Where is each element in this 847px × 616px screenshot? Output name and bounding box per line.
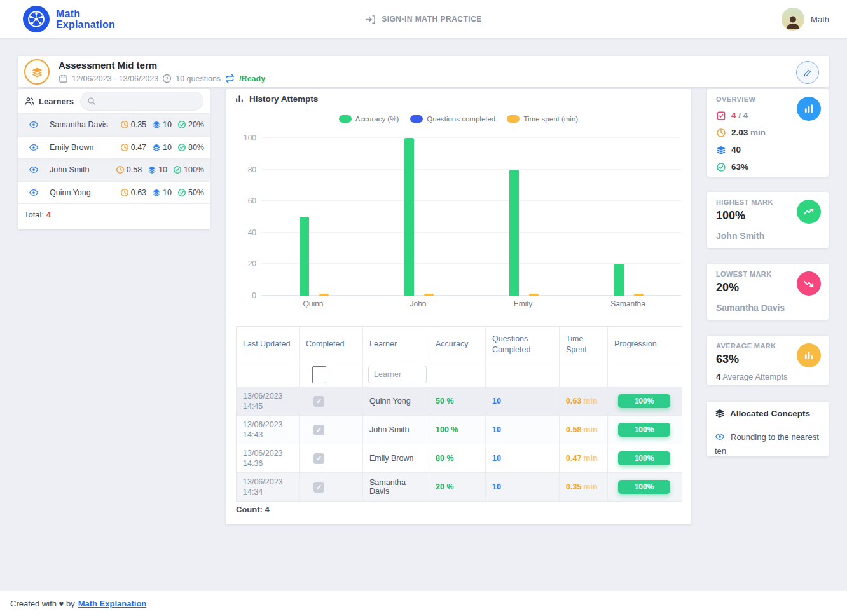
bar-group	[366, 138, 471, 296]
lowest-mark-name: Samantha Davis	[716, 303, 820, 313]
accuracy-value: 20%	[188, 120, 204, 129]
column-header-learner[interactable]: Learner	[363, 327, 429, 362]
time-spent-cell: 0.58min	[560, 416, 608, 444]
avatar	[782, 8, 804, 31]
legend-item[interactable]: Accuracy (%)	[339, 115, 399, 123]
learners-search	[80, 92, 203, 111]
attempts-table: Last UpdatedCompletedLearnerAccuracyQues…	[236, 326, 682, 502]
questions-value: 10	[158, 165, 167, 174]
completed-filter-checkbox[interactable]	[312, 366, 326, 383]
time-spent-value: 0.35	[566, 483, 581, 491]
time-value: 0.47	[131, 143, 146, 152]
time-spent-unit: min	[583, 454, 597, 463]
bar-chart-icon	[235, 94, 244, 104]
chart-header: History Attempts	[226, 89, 691, 109]
learner-questions-metric: 10	[152, 120, 172, 129]
edit-assessment-button[interactable]	[796, 61, 819, 84]
accuracy-value: 50%	[188, 188, 204, 197]
bar-accuracy-	[509, 170, 519, 296]
learner-name: Quinn Yong	[50, 188, 120, 197]
eye-icon[interactable]	[18, 188, 50, 198]
accuracy-value: 100%	[184, 165, 204, 174]
chart-x-labels: QuinnJohnEmilySamantha	[261, 299, 680, 308]
learners-title: Learners	[39, 97, 74, 106]
highest-mark-name: John Smith	[716, 231, 820, 241]
y-tick-label: 80	[233, 165, 256, 174]
completed-checkbox[interactable]: ✓	[313, 482, 324, 493]
column-header-time-spent[interactable]: Time Spent	[560, 327, 608, 362]
eye-icon[interactable]	[18, 142, 50, 153]
learner-row: Samantha Davis0.351020%	[18, 113, 210, 136]
accuracy-value: 80%	[188, 143, 204, 152]
completed-checkbox[interactable]: ✓	[313, 453, 324, 464]
progression-cell: 100%	[608, 416, 680, 444]
learners-total: Total: 4	[18, 203, 210, 225]
questions-completed-cell: 10	[486, 416, 560, 444]
filter-cell-time	[560, 362, 608, 387]
bar-time-spent-min-	[634, 294, 644, 296]
learner-accuracy-metric: 100%	[173, 165, 204, 174]
user-menu[interactable]: Math	[782, 8, 829, 31]
table-row: 13/06/202314:45✓Quinn Yong50 %100.63min1…	[237, 387, 682, 415]
footer-link[interactable]: Math Explanation	[78, 599, 147, 608]
average-attempts-label: Average Attempts	[722, 372, 787, 381]
total-value: 4	[46, 210, 51, 219]
lowest-mark-card: LOWEST MARK 20% Samantha Davis	[707, 264, 829, 320]
average-attempts-value: 4	[716, 372, 720, 381]
attempts-total: / 4	[738, 111, 748, 120]
signin-label: SIGN-IN MATH PRACTICE	[382, 15, 482, 24]
signin-link[interactable]: SIGN-IN MATH PRACTICE	[365, 14, 482, 25]
learner-filter-input[interactable]	[368, 366, 427, 383]
y-tick-label: 0	[233, 291, 256, 300]
eye-icon[interactable]	[18, 120, 50, 130]
column-header-progression[interactable]: Progression	[608, 327, 680, 362]
legend-swatch	[507, 115, 520, 123]
eye-icon[interactable]	[715, 432, 731, 442]
progression-badge: 100%	[618, 480, 670, 494]
x-axis-label: John	[366, 299, 471, 308]
filter-cell-accuracy	[429, 362, 486, 387]
completed-checkbox[interactable]: ✓	[313, 425, 324, 435]
progression-badge: 100%	[618, 451, 670, 465]
chart-bars	[261, 138, 681, 296]
column-header-last-updated[interactable]: Last Updated	[237, 327, 300, 362]
table-filter-row	[237, 362, 682, 387]
assessment-dates: 12/06/2023 - 13/06/2023	[72, 74, 158, 83]
learner-row: John Smith0.5810100%	[18, 158, 210, 181]
learner-cell: John Smith	[363, 416, 429, 444]
overview-card: OVERVIEW 4 / 4 2.03 min 40 63%	[707, 89, 829, 177]
legend-item[interactable]: Questions completed	[410, 115, 495, 123]
table-row: 13/06/202314:36✓Emily Brown80 %100.47min…	[237, 444, 682, 472]
overview-time: 2.03	[731, 128, 748, 137]
overview-time-row: 2.03 min	[716, 124, 820, 141]
column-header-accuracy[interactable]: Accuracy	[429, 327, 486, 362]
completed-checkbox[interactable]: ✓	[313, 396, 324, 407]
app-logo[interactable]: Math Explanation	[23, 6, 115, 32]
learner-time-metric: 0.35	[120, 120, 146, 129]
questions-completed-cell: 10	[486, 387, 560, 415]
legend-label: Questions completed	[427, 115, 495, 123]
progression-cell: 100%	[608, 444, 680, 472]
learners-header: Learners	[18, 89, 210, 113]
learner-questions-metric: 10	[152, 188, 172, 197]
table-row: 13/06/202314:34✓Samantha Davis20 %100.35…	[237, 472, 682, 501]
time-spent-cell: 0.63min	[560, 387, 608, 415]
chart-plot: 020406080100	[261, 138, 681, 296]
column-header-completed[interactable]: Completed	[300, 327, 363, 362]
x-axis-label: Quinn	[261, 299, 366, 308]
column-header-questions-completed[interactable]: Questions Completed	[486, 327, 560, 362]
legend-item[interactable]: Time spent (min)	[507, 115, 578, 123]
search-input[interactable]	[80, 92, 203, 111]
table-body: 13/06/202314:45✓Quinn Yong50 %100.63min1…	[237, 387, 682, 501]
time-spent-cell: 0.35min	[560, 473, 608, 501]
concept-label: Rounding to the nearest ten	[715, 432, 819, 456]
learner-name: Emily Brown	[50, 143, 120, 152]
y-tick-label: 40	[233, 228, 256, 237]
time-value: 14:36	[243, 458, 293, 469]
eye-icon[interactable]	[18, 165, 50, 175]
learner-time-metric: 0.47	[120, 143, 146, 152]
legend-label: Time spent (min)	[523, 115, 578, 123]
top-header: Math Explanation SIGN-IN MATH PRACTICE M…	[0, 0, 847, 38]
progression-badge: 100%	[618, 423, 670, 437]
count-label: Count:	[236, 505, 263, 514]
